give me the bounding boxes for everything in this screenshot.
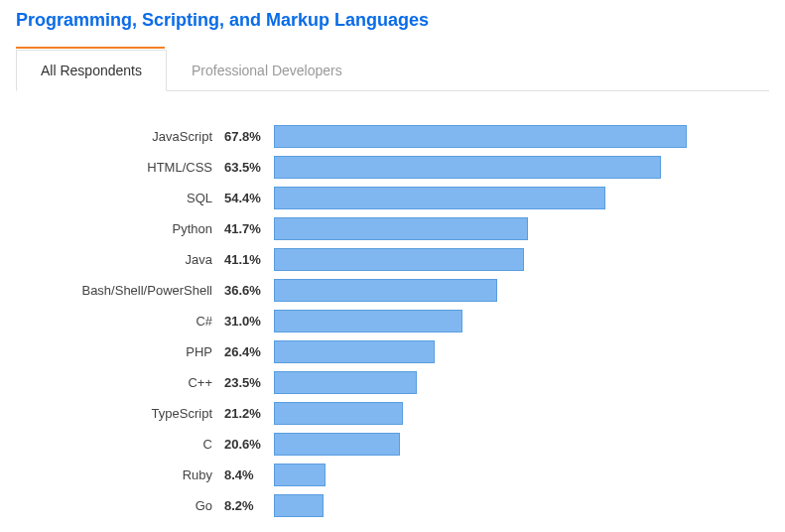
chart-row-label: Java [36, 252, 224, 267]
chart-bar [274, 279, 497, 302]
chart-row: Go8.2% [36, 490, 769, 521]
chart-row-value: 26.4% [224, 344, 274, 359]
chart-row-value: 36.6% [224, 283, 274, 298]
chart-bar-track [274, 464, 701, 486]
chart-row-label: HTML/CSS [36, 160, 224, 175]
chart-bar-track [274, 125, 701, 148]
chart-bar [274, 187, 605, 209]
chart-bar-track [274, 187, 701, 209]
chart-bar-track [274, 248, 701, 271]
chart-bar [274, 402, 403, 425]
chart-bar-track [274, 433, 701, 456]
chart-row-value: 23.5% [224, 375, 274, 390]
chart-row-value: 8.2% [224, 498, 274, 513]
chart-row-label: Python [36, 221, 224, 236]
chart-bar [274, 217, 528, 240]
chart-row-label: C++ [36, 375, 224, 390]
chart-bar-track [274, 371, 701, 394]
chart-row: JavaScript67.8% [36, 121, 769, 152]
chart-row: SQL54.4% [36, 183, 769, 213]
chart-row-label: SQL [36, 191, 224, 205]
chart-bar-track [274, 340, 701, 363]
chart-row-label: PHP [36, 344, 224, 359]
chart-row: Ruby8.4% [36, 460, 769, 490]
tab-professional-developers[interactable]: Professional Developers [167, 50, 367, 91]
chart-row: C++23.5% [36, 367, 769, 398]
chart-row-value: 67.8% [224, 129, 274, 144]
chart-row: C20.6% [36, 429, 769, 460]
chart-row-label: JavaScript [36, 129, 224, 144]
chart-bar-track [274, 494, 701, 517]
chart-bar-track [274, 217, 701, 240]
chart-bar [274, 310, 462, 332]
chart-row: C#31.0% [36, 306, 769, 336]
chart-bar-track [274, 156, 701, 179]
chart-row-label: Go [36, 498, 224, 513]
chart-row-value: 41.1% [224, 252, 274, 267]
chart-row-value: 54.4% [224, 191, 274, 205]
chart-row-value: 41.7% [224, 221, 274, 236]
chart-row: PHP26.4% [36, 336, 769, 367]
chart-row-label: C [36, 437, 224, 452]
chart-bar [274, 464, 326, 486]
chart-row-label: C# [36, 314, 224, 329]
chart-row-label: TypeScript [36, 406, 224, 421]
chart-bar [274, 371, 417, 394]
chart-bar [274, 494, 324, 517]
chart-bar [274, 125, 687, 148]
chart-bar-track [274, 310, 701, 332]
chart-bar [274, 248, 524, 271]
chart-bar-track [274, 402, 701, 425]
chart-row-value: 31.0% [224, 314, 274, 329]
chart-row-value: 8.4% [224, 467, 274, 482]
chart-bar-track [274, 279, 701, 302]
chart-row: Java41.1% [36, 244, 769, 275]
tabs-container: All Respondents Professional Developers [16, 49, 769, 91]
chart-bar [274, 340, 435, 363]
chart-row-value: 21.2% [224, 406, 274, 421]
tab-all-respondents[interactable]: All Respondents [16, 50, 167, 91]
chart-bar [274, 433, 400, 456]
section-title: Programming, Scripting, and Markup Langu… [16, 10, 769, 31]
chart-bar [274, 156, 661, 179]
chart-row: TypeScript21.2% [36, 398, 769, 429]
chart-row-value: 20.6% [224, 437, 274, 452]
chart-row-label: Bash/Shell/PowerShell [36, 283, 224, 298]
chart-row-value: 63.5% [224, 160, 274, 175]
chart-row: Bash/Shell/PowerShell36.6% [36, 275, 769, 306]
chart-row: Python41.7% [36, 213, 769, 244]
chart-row: HTML/CSS63.5% [36, 152, 769, 183]
chart-row-label: Ruby [36, 467, 224, 482]
bar-chart: JavaScript67.8%HTML/CSS63.5%SQL54.4%Pyth… [16, 121, 769, 521]
